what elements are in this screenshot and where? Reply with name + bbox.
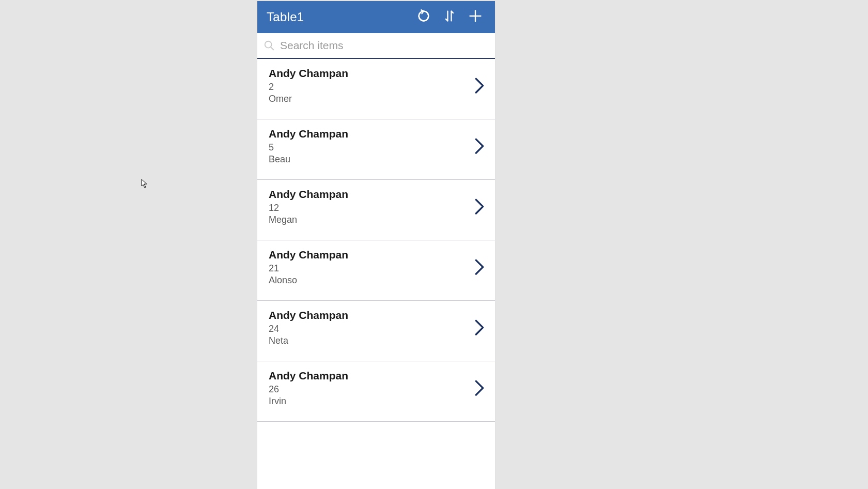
items-list[interactable]: Andy Champan 2 Omer Andy Champan 5 Beau … [257, 59, 495, 489]
list-item-title: Andy Champan [269, 249, 474, 261]
list-item[interactable]: Andy Champan 2 Omer [257, 59, 495, 119]
list-item[interactable]: Andy Champan 26 Irvin [257, 361, 495, 422]
list-item[interactable]: Andy Champan 5 Beau [257, 119, 495, 180]
list-item-body: Neta [269, 335, 474, 346]
list-item-body: Megan [269, 215, 474, 225]
chevron-right-icon [474, 79, 485, 93]
svg-line-5 [271, 47, 274, 50]
add-button[interactable] [464, 6, 487, 28]
sort-button[interactable] [438, 6, 461, 28]
list-item-subtitle: 5 [269, 142, 474, 153]
refresh-button[interactable] [412, 6, 435, 28]
header: Table1 [257, 1, 495, 33]
header-title: Table1 [267, 10, 409, 24]
list-item-content: Andy Champan 5 Beau [269, 128, 474, 165]
list-item-content: Andy Champan 26 Irvin [269, 370, 474, 407]
list-item-title: Andy Champan [269, 370, 474, 382]
chevron-right-icon [474, 260, 485, 274]
list-item-content: Andy Champan 12 Megan [269, 188, 474, 225]
chevron-right-icon [474, 200, 485, 214]
list-item-body: Beau [269, 154, 474, 165]
cursor-pointer [141, 179, 148, 190]
chevron-right-icon [474, 381, 485, 395]
list-item[interactable]: Andy Champan 21 Alonso [257, 240, 495, 301]
list-item-title: Andy Champan [269, 309, 474, 322]
list-item[interactable]: Andy Champan 24 Neta [257, 301, 495, 361]
list-item-subtitle: 2 [269, 82, 474, 93]
list-item-body: Irvin [269, 396, 474, 407]
list-item-title: Andy Champan [269, 128, 474, 140]
list-item-content: Andy Champan 2 Omer [269, 67, 474, 104]
list-item-title: Andy Champan [269, 188, 474, 201]
search-icon [264, 40, 275, 51]
sort-icon [442, 9, 457, 25]
app-frame: Table1 [257, 1, 495, 489]
chevron-right-icon [474, 320, 485, 335]
search-input[interactable] [280, 39, 489, 52]
list-item-body: Omer [269, 94, 474, 104]
list-item-subtitle: 21 [269, 263, 474, 274]
list-item-title: Andy Champan [269, 67, 474, 80]
list-item-content: Andy Champan 21 Alonso [269, 249, 474, 286]
refresh-icon [416, 9, 431, 25]
list-item-subtitle: 26 [269, 384, 474, 395]
plus-icon [468, 9, 483, 25]
search-bar [257, 33, 495, 59]
list-item[interactable]: Andy Champan 12 Megan [257, 180, 495, 240]
list-item-content: Andy Champan 24 Neta [269, 309, 474, 346]
list-item-subtitle: 12 [269, 203, 474, 213]
list-item-subtitle: 24 [269, 324, 474, 334]
chevron-right-icon [474, 139, 485, 154]
list-item-body: Alonso [269, 275, 474, 286]
